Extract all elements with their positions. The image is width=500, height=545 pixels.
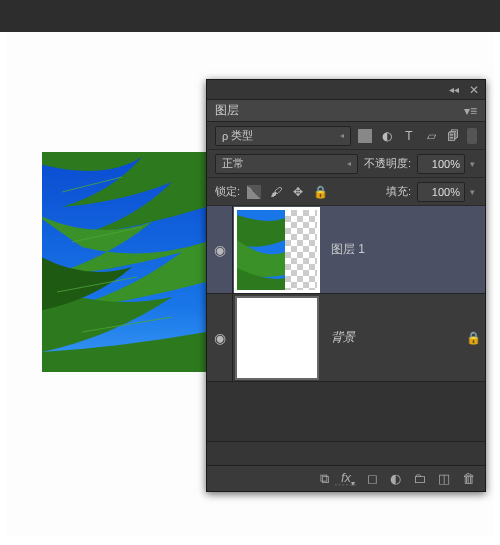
layers-panel: ◂◂ ✕ 图层 ▾≡ ρ 类型 ◂ ◐ T ▱ 🗐 正常 ◂ 不透明度: — [206, 79, 486, 492]
filter-toggle[interactable] — [467, 128, 477, 144]
collapse-icon[interactable]: ◂◂ — [449, 84, 459, 95]
lock-image-icon[interactable]: 🖌 — [268, 184, 284, 200]
filter-row: ρ 类型 ◂ ◐ T ▱ 🗐 — [207, 122, 485, 150]
group-icon[interactable]: 🗀 — [413, 471, 426, 486]
filter-type-dropdown[interactable]: ρ 类型 ◂ — [215, 126, 351, 146]
fill-label: 填充: — [386, 184, 411, 199]
lock-all-icon[interactable]: 🔒 — [312, 184, 328, 200]
panel-menu-icon[interactable]: ▾≡ — [456, 104, 485, 118]
lock-row: 锁定: 🖌 ✥ 🔒 填充: 100% ▾ — [207, 178, 485, 206]
filter-adjust-icon[interactable]: ◐ — [379, 128, 395, 144]
eye-icon: ◉ — [214, 330, 226, 346]
visibility-toggle[interactable]: ◉ — [207, 294, 233, 381]
mask-icon[interactable]: ◻ — [367, 471, 378, 486]
layer-row[interactable]: ◉ 图层 1 — [207, 206, 485, 294]
tab-layers[interactable]: 图层 — [207, 102, 247, 119]
adjustment-layer-icon[interactable]: ◐ — [390, 471, 401, 486]
layers-empty-area — [207, 382, 485, 442]
panel-header: ◂◂ ✕ — [207, 80, 485, 100]
layer-name: 图层 1 — [331, 241, 461, 258]
visibility-toggle[interactable]: ◉ — [207, 206, 233, 293]
panel-footer: ⧉ fx▾ ◻ ◐ 🗀 ◫ 🗑 ▪▪▪▪▪▪ — [207, 465, 485, 491]
blend-mode-value: 正常 — [222, 156, 244, 171]
lock-position-icon[interactable]: ✥ — [290, 184, 306, 200]
filter-pixel-icon[interactable] — [357, 128, 373, 144]
opacity-input[interactable]: 100% — [417, 154, 465, 174]
opacity-flyout-icon[interactable]: ▾ — [467, 159, 477, 169]
blend-mode-dropdown[interactable]: 正常 ◂ — [215, 154, 358, 174]
lock-label: 锁定: — [215, 184, 240, 199]
resize-grip[interactable]: ▪▪▪▪▪▪ — [334, 480, 357, 489]
lock-transparent-icon[interactable] — [246, 184, 262, 200]
filter-label: 类型 — [231, 128, 253, 143]
chevron-updown-icon: ◂ — [340, 132, 344, 140]
fill-flyout-icon[interactable]: ▾ — [467, 187, 477, 197]
link-layers-icon[interactable]: ⧉ — [320, 471, 329, 487]
delete-layer-icon[interactable]: 🗑 — [462, 471, 475, 486]
new-layer-icon[interactable]: ◫ — [438, 471, 450, 486]
fill-input[interactable]: 100% — [417, 182, 465, 202]
layer-name: 背景 — [331, 329, 461, 346]
filter-smart-icon[interactable]: 🗐 — [445, 128, 461, 144]
filter-shape-icon[interactable]: ▱ — [423, 128, 439, 144]
search-icon: ρ — [222, 130, 228, 142]
panel-tabs: 图层 ▾≡ — [207, 100, 485, 122]
close-icon[interactable]: ✕ — [469, 83, 479, 97]
artboard: ◂◂ ✕ 图层 ▾≡ ρ 类型 ◂ ◐ T ▱ 🗐 正常 ◂ 不透明度: — [6, 32, 494, 537]
layers-list: ◉ 图层 1 ◉ 背景 � — [207, 206, 485, 454]
layer-row[interactable]: ◉ 背景 🔒 — [207, 294, 485, 382]
chevron-updown-icon: ◂ — [347, 160, 351, 168]
lock-icon: 🔒 — [461, 331, 485, 345]
layer-thumbnail[interactable] — [237, 210, 317, 290]
eye-icon: ◉ — [214, 242, 226, 258]
blend-row: 正常 ◂ 不透明度: 100% ▾ — [207, 150, 485, 178]
canvas-image — [42, 152, 206, 372]
opacity-label: 不透明度: — [364, 156, 411, 171]
filter-type-icon[interactable]: T — [401, 128, 417, 144]
app-topbar — [0, 0, 500, 32]
layer-thumbnail[interactable] — [237, 298, 317, 378]
